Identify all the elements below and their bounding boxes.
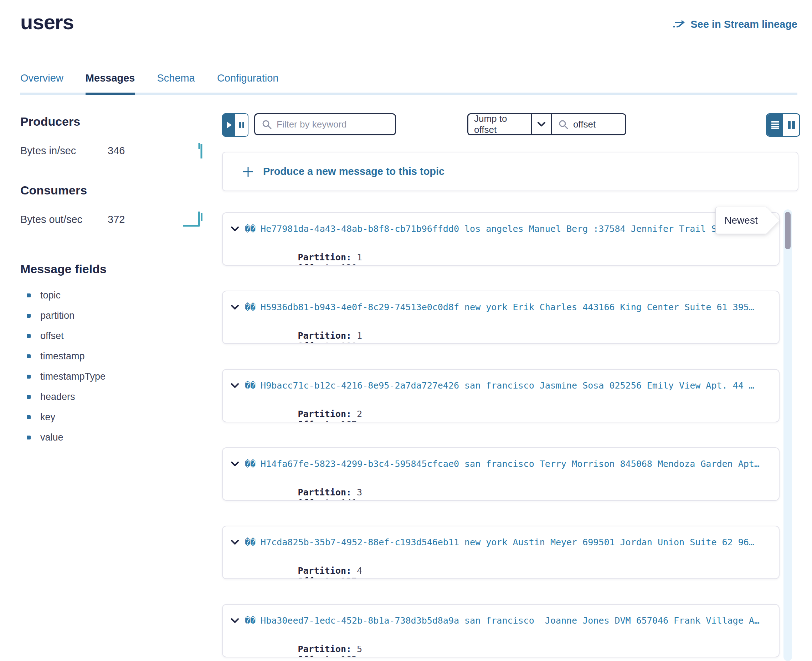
tab-item[interactable]: Messages xyxy=(86,72,135,93)
stream-lineage-link[interactable]: See in Stream lineage xyxy=(673,19,798,30)
plus-icon xyxy=(242,166,254,177)
message-preview: ��H5936db81-b943-4e0f-8c29-74513e0c0d8f … xyxy=(245,302,754,312)
message-key-bytes: �� xyxy=(245,537,256,548)
message-key-bytes: �� xyxy=(245,459,256,469)
offset-meta: Offset: 141 xyxy=(298,498,357,501)
message-summary-row: ��He77981da-4a43-48ab-b8f8-cb71b96ffdd0 … xyxy=(231,224,769,234)
pause-button[interactable] xyxy=(235,114,248,136)
producers-heading: Producers xyxy=(20,115,209,129)
offset-search-field xyxy=(551,113,626,135)
partition-meta: Partition: 1 xyxy=(298,252,362,262)
message-card[interactable]: ��H7cda825b-35b7-4952-88ef-c193d546eb11 … xyxy=(222,526,780,579)
list-view-button[interactable] xyxy=(767,114,783,136)
message-value-text: He77981da-4a43-48ab-b8f8-cb71b96ffdd0 lo… xyxy=(261,224,716,234)
column-view-button[interactable] xyxy=(783,114,799,136)
message-card[interactable]: ��He77981da-4a43-48ab-b8f8-cb71b96ffdd0 … xyxy=(222,212,780,266)
field-bullet-icon xyxy=(27,415,30,419)
message-field-item[interactable]: key xyxy=(20,407,209,427)
messages-toolbar: Jump to offset xyxy=(222,113,800,137)
newest-scroll-tooltip: Newest xyxy=(715,207,767,234)
message-summary-row: ��H7cda825b-35b7-4952-88ef-c193d546eb11 … xyxy=(231,537,769,548)
partition-meta: Partition: 1 xyxy=(298,330,362,341)
message-key-bytes: �� xyxy=(245,380,256,391)
play-button[interactable] xyxy=(223,114,235,136)
filter-keyword-input[interactable] xyxy=(276,118,395,130)
chevron-down-icon[interactable] xyxy=(231,383,239,388)
message-field-item[interactable]: partition xyxy=(20,306,209,326)
search-icon xyxy=(262,119,272,129)
message-summary-row: ��H5936db81-b943-4e0f-8c29-74513e0c0d8f … xyxy=(231,302,769,312)
message-preview: ��H14fa67fe-5823-4299-b3c4-595845cfcae0 … xyxy=(245,459,759,469)
offset-meta: Offset: 119 xyxy=(298,341,357,344)
message-fields-heading: Message fields xyxy=(20,262,209,276)
message-value-text: H5936db81-b943-4e0f-8c29-74513e0c0d8f ne… xyxy=(261,302,754,312)
field-label: partition xyxy=(40,310,75,321)
message-card[interactable]: ��H5936db81-b943-4e0f-8c29-74513e0c0d8f … xyxy=(222,291,780,344)
message-card[interactable]: ��Hba30eed7-1edc-452b-8b1a-738d3b5d8a9a … xyxy=(222,604,780,658)
field-bullet-icon xyxy=(27,354,30,358)
message-card[interactable]: ��H9bacc71c-b12c-4216-8e95-2a7da727e426 … xyxy=(222,369,780,422)
field-label: key xyxy=(40,412,55,423)
pause-icon xyxy=(239,121,245,129)
chevron-down-icon[interactable] xyxy=(231,461,239,467)
bytes-out-label: Bytes out/sec xyxy=(20,214,108,225)
tab-item[interactable]: Overview xyxy=(20,72,64,93)
offset-meta: Offset: 127 xyxy=(298,576,357,579)
message-meta-row: Partition: 1 Offset: 120 Timestamp: 1659… xyxy=(231,242,769,266)
jump-to-offset-select[interactable]: Jump to offset xyxy=(467,113,551,135)
message-summary-row: ��H9bacc71c-b12c-4216-8e95-2a7da727e426 … xyxy=(231,380,769,391)
messages-panel: Jump to offset xyxy=(222,113,800,661)
field-bullet-icon xyxy=(27,395,30,399)
message-key-bytes: �� xyxy=(245,302,256,312)
chevron-down-icon[interactable] xyxy=(231,618,239,624)
search-icon xyxy=(558,119,568,129)
message-meta-row: Partition: 3 Offset: 141 Timestamp: 1659… xyxy=(231,477,769,501)
message-key-bytes: �� xyxy=(245,224,256,234)
message-preview: ��He77981da-4a43-48ab-b8f8-cb71b96ffdd0 … xyxy=(245,224,716,234)
produce-message-label: Produce a new message to this topic xyxy=(263,166,445,177)
tab-item[interactable]: Configuration xyxy=(217,72,279,93)
message-preview: ��H7cda825b-35b7-4952-88ef-c193d546eb11 … xyxy=(245,537,754,548)
page-title: users xyxy=(20,10,74,34)
field-bullet-icon xyxy=(27,436,30,439)
tab-item[interactable]: Schema xyxy=(157,72,195,93)
message-field-item[interactable]: timestampType xyxy=(20,366,209,387)
message-field-item[interactable]: timestamp xyxy=(20,346,209,366)
message-meta-row: Partition: 5 Offset: 163 Timestamp: 1659… xyxy=(231,634,769,658)
chevron-down-icon xyxy=(531,114,551,134)
stream-lineage-label: See in Stream lineage xyxy=(690,19,798,30)
message-meta-row: Partition: 2 Offset: 167 Timestamp: 1659… xyxy=(231,399,769,422)
message-list-scrollbar-thumb[interactable] xyxy=(785,212,791,249)
list-view-icon xyxy=(770,120,780,129)
message-field-item[interactable]: offset xyxy=(20,326,209,346)
partition-meta: Partition: 5 xyxy=(298,644,362,654)
play-pause-group xyxy=(222,113,248,137)
field-bullet-icon xyxy=(27,334,30,338)
partition-meta: Partition: 2 xyxy=(298,409,362,419)
field-label: headers xyxy=(40,391,75,402)
message-field-item[interactable]: headers xyxy=(20,387,209,407)
offset-search-input[interactable] xyxy=(572,118,625,130)
chevron-down-icon[interactable] xyxy=(231,305,239,310)
field-bullet-icon xyxy=(27,375,30,378)
bytes-in-label: Bytes in/sec xyxy=(20,145,108,157)
message-fields-list: topic partition offset timestamp timesta… xyxy=(20,285,209,448)
chevron-down-icon[interactable] xyxy=(231,540,239,545)
chevron-down-icon[interactable] xyxy=(231,226,239,232)
message-meta-row: Partition: 4 Offset: 127 Timestamp: 1659… xyxy=(231,555,769,579)
produce-message-button[interactable]: Produce a new message to this topic xyxy=(222,152,798,191)
message-summary-row: ��Hba30eed7-1edc-452b-8b1a-738d3b5d8a9a … xyxy=(231,615,769,626)
field-label: value xyxy=(40,432,64,443)
view-toggle-group xyxy=(766,113,800,137)
message-preview: ��H9bacc71c-b12c-4216-8e95-2a7da727e426 … xyxy=(245,380,754,391)
message-list-scrollbar-track[interactable] xyxy=(783,209,792,661)
tab-bar: Overview Messages Schema Configuration xyxy=(20,72,798,95)
message-card[interactable]: ��H14fa67fe-5823-4299-b3c4-595845cfcae0 … xyxy=(222,447,780,501)
jump-to-offset-value: Jump to offset xyxy=(474,113,531,135)
field-bullet-icon xyxy=(27,294,30,297)
message-meta-row: Partition: 1 Offset: 119 Timestamp: 1659… xyxy=(231,320,769,344)
message-field-item[interactable]: value xyxy=(20,427,209,448)
message-field-item[interactable]: topic xyxy=(20,285,209,306)
field-label: topic xyxy=(40,290,61,301)
column-view-icon xyxy=(787,120,796,129)
